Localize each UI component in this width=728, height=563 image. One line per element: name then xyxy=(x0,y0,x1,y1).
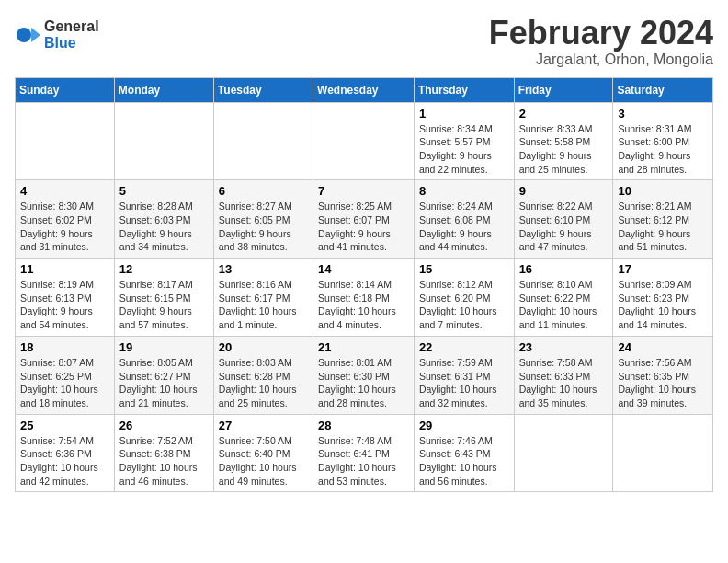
calendar-cell: 25Sunrise: 7:54 AMSunset: 6:36 PMDayligh… xyxy=(16,414,115,492)
calendar-table: SundayMondayTuesdayWednesdayThursdayFrid… xyxy=(15,77,713,493)
calendar-header-sunday: Sunday xyxy=(16,77,115,102)
month-title: February 2024 xyxy=(489,15,713,52)
logo-general-text: General xyxy=(44,18,99,35)
day-info: Sunrise: 7:48 AMSunset: 6:41 PMDaylight:… xyxy=(318,434,409,488)
day-info: Sunrise: 8:31 AMSunset: 6:00 PMDaylight:… xyxy=(618,122,708,177)
calendar-week-1: 1Sunrise: 8:34 AMSunset: 5:57 PMDaylight… xyxy=(16,102,713,180)
logo: General Blue xyxy=(15,18,99,51)
day-number: 14 xyxy=(318,262,409,276)
calendar-cell xyxy=(613,414,713,492)
calendar-header-tuesday: Tuesday xyxy=(213,77,313,102)
day-number: 17 xyxy=(618,262,708,276)
calendar-week-4: 18Sunrise: 8:07 AMSunset: 6:25 PMDayligh… xyxy=(16,336,713,414)
day-number: 8 xyxy=(419,184,509,198)
day-number: 25 xyxy=(20,419,109,432)
day-number: 27 xyxy=(219,419,308,432)
calendar-cell: 24Sunrise: 7:56 AMSunset: 6:35 PMDayligh… xyxy=(613,336,713,414)
day-info: Sunrise: 8:17 AMSunset: 6:15 PMDaylight:… xyxy=(119,278,209,332)
calendar-cell: 20Sunrise: 8:03 AMSunset: 6:28 PMDayligh… xyxy=(213,336,313,414)
calendar-cell: 11Sunrise: 8:19 AMSunset: 6:13 PMDayligh… xyxy=(16,259,115,337)
day-info: Sunrise: 8:34 AMSunset: 5:57 PMDaylight:… xyxy=(419,122,509,177)
calendar-cell: 29Sunrise: 7:46 AMSunset: 6:43 PMDayligh… xyxy=(414,414,514,492)
day-number: 13 xyxy=(219,262,308,276)
day-info: Sunrise: 7:56 AMSunset: 6:35 PMDaylight:… xyxy=(618,356,708,410)
day-number: 5 xyxy=(119,184,209,198)
title-area: February 2024 Jargalant, Orhon, Mongolia xyxy=(489,15,713,68)
calendar-cell: 19Sunrise: 8:05 AMSunset: 6:27 PMDayligh… xyxy=(114,336,213,414)
logo-icon xyxy=(15,22,40,48)
day-number: 6 xyxy=(219,184,308,198)
day-info: Sunrise: 8:12 AMSunset: 6:20 PMDaylight:… xyxy=(419,278,509,332)
calendar-cell: 1Sunrise: 8:34 AMSunset: 5:57 PMDaylight… xyxy=(414,102,514,180)
day-number: 15 xyxy=(419,262,509,276)
day-info: Sunrise: 8:27 AMSunset: 6:05 PMDaylight:… xyxy=(219,200,308,254)
page-header: General Blue February 2024 Jargalant, Or… xyxy=(15,15,713,68)
calendar-header-friday: Friday xyxy=(514,77,613,102)
calendar-cell: 15Sunrise: 8:12 AMSunset: 6:20 PMDayligh… xyxy=(414,259,514,337)
day-info: Sunrise: 7:54 AMSunset: 6:36 PMDaylight:… xyxy=(20,434,109,488)
calendar-cell: 8Sunrise: 8:24 AMSunset: 6:08 PMDaylight… xyxy=(414,180,514,259)
day-number: 3 xyxy=(618,107,708,121)
calendar-week-5: 25Sunrise: 7:54 AMSunset: 6:36 PMDayligh… xyxy=(16,414,713,492)
day-number: 10 xyxy=(618,184,708,198)
calendar-cell: 27Sunrise: 7:50 AMSunset: 6:40 PMDayligh… xyxy=(213,414,313,492)
logo-text: General Blue xyxy=(44,18,99,51)
calendar-cell: 17Sunrise: 8:09 AMSunset: 6:23 PMDayligh… xyxy=(613,259,713,337)
day-info: Sunrise: 8:07 AMSunset: 6:25 PMDaylight:… xyxy=(20,356,109,410)
calendar-cell: 3Sunrise: 8:31 AMSunset: 6:00 PMDaylight… xyxy=(613,102,713,180)
calendar-cell: 5Sunrise: 8:28 AMSunset: 6:03 PMDaylight… xyxy=(114,180,213,259)
day-number: 12 xyxy=(119,262,209,276)
calendar-cell: 10Sunrise: 8:21 AMSunset: 6:12 PMDayligh… xyxy=(613,180,713,259)
calendar-cell: 6Sunrise: 8:27 AMSunset: 6:05 PMDaylight… xyxy=(213,180,313,259)
calendar-cell xyxy=(213,102,313,180)
calendar-cell: 12Sunrise: 8:17 AMSunset: 6:15 PMDayligh… xyxy=(114,259,213,337)
day-number: 28 xyxy=(318,419,409,432)
day-number: 23 xyxy=(519,340,609,354)
calendar-cell: 13Sunrise: 8:16 AMSunset: 6:17 PMDayligh… xyxy=(213,259,313,337)
day-info: Sunrise: 8:28 AMSunset: 6:03 PMDaylight:… xyxy=(119,200,209,254)
day-number: 24 xyxy=(618,340,708,354)
calendar-cell: 7Sunrise: 8:25 AMSunset: 6:07 PMDaylight… xyxy=(313,180,415,259)
day-info: Sunrise: 8:09 AMSunset: 6:23 PMDaylight:… xyxy=(618,278,708,332)
calendar-cell: 9Sunrise: 8:22 AMSunset: 6:10 PMDaylight… xyxy=(514,180,613,259)
calendar-week-3: 11Sunrise: 8:19 AMSunset: 6:13 PMDayligh… xyxy=(16,259,713,337)
location-title: Jargalant, Orhon, Mongolia xyxy=(489,52,713,68)
day-number: 7 xyxy=(318,184,409,198)
day-info: Sunrise: 8:05 AMSunset: 6:27 PMDaylight:… xyxy=(119,356,209,410)
calendar-cell xyxy=(114,102,213,180)
day-info: Sunrise: 7:58 AMSunset: 6:33 PMDaylight:… xyxy=(519,356,609,410)
day-number: 29 xyxy=(419,419,509,432)
calendar-header-thursday: Thursday xyxy=(414,77,514,102)
day-number: 2 xyxy=(519,107,609,121)
calendar-cell: 23Sunrise: 7:58 AMSunset: 6:33 PMDayligh… xyxy=(514,336,613,414)
calendar-cell: 14Sunrise: 8:14 AMSunset: 6:18 PMDayligh… xyxy=(313,259,415,337)
calendar-cell xyxy=(16,102,115,180)
calendar-cell: 22Sunrise: 7:59 AMSunset: 6:31 PMDayligh… xyxy=(414,336,514,414)
day-number: 11 xyxy=(20,262,109,276)
day-info: Sunrise: 8:25 AMSunset: 6:07 PMDaylight:… xyxy=(318,200,409,254)
day-info: Sunrise: 8:01 AMSunset: 6:30 PMDaylight:… xyxy=(318,356,409,410)
day-number: 22 xyxy=(419,340,509,354)
day-info: Sunrise: 8:14 AMSunset: 6:18 PMDaylight:… xyxy=(318,278,409,332)
calendar-cell: 21Sunrise: 8:01 AMSunset: 6:30 PMDayligh… xyxy=(313,336,415,414)
day-info: Sunrise: 7:59 AMSunset: 6:31 PMDaylight:… xyxy=(419,356,509,410)
day-info: Sunrise: 8:33 AMSunset: 5:58 PMDaylight:… xyxy=(519,122,609,177)
day-number: 1 xyxy=(419,107,509,121)
day-info: Sunrise: 8:22 AMSunset: 6:10 PMDaylight:… xyxy=(519,200,609,254)
calendar-cell: 26Sunrise: 7:52 AMSunset: 6:38 PMDayligh… xyxy=(114,414,213,492)
calendar-cell xyxy=(313,102,415,180)
calendar-header-monday: Monday xyxy=(114,77,213,102)
svg-marker-1 xyxy=(31,28,40,42)
day-info: Sunrise: 8:24 AMSunset: 6:08 PMDaylight:… xyxy=(419,200,509,254)
calendar-header-saturday: Saturday xyxy=(613,77,713,102)
calendar-header-wednesday: Wednesday xyxy=(313,77,415,102)
calendar-cell: 18Sunrise: 8:07 AMSunset: 6:25 PMDayligh… xyxy=(16,336,115,414)
day-info: Sunrise: 8:10 AMSunset: 6:22 PMDaylight:… xyxy=(519,278,609,332)
calendar-header-row: SundayMondayTuesdayWednesdayThursdayFrid… xyxy=(16,77,713,102)
day-info: Sunrise: 8:19 AMSunset: 6:13 PMDaylight:… xyxy=(20,278,109,332)
day-info: Sunrise: 7:52 AMSunset: 6:38 PMDaylight:… xyxy=(119,434,209,488)
day-info: Sunrise: 7:50 AMSunset: 6:40 PMDaylight:… xyxy=(219,434,308,488)
day-number: 16 xyxy=(519,262,609,276)
calendar-cell: 16Sunrise: 8:10 AMSunset: 6:22 PMDayligh… xyxy=(514,259,613,337)
day-number: 21 xyxy=(318,340,409,354)
